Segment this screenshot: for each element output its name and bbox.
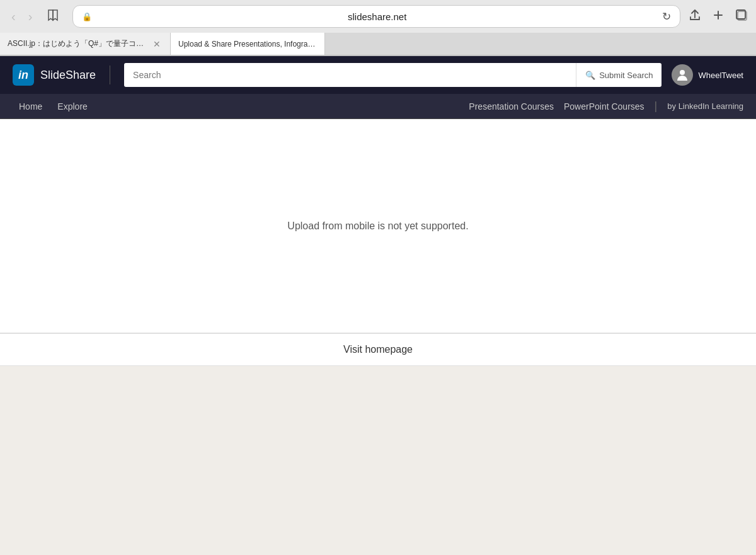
visit-homepage-button[interactable]: Visit homepage bbox=[0, 334, 756, 366]
share-button[interactable] bbox=[688, 8, 702, 25]
slideshare-header: in SlideShare 🔍 Submit Search WheelTweet bbox=[0, 56, 756, 94]
tab-2[interactable]: Upload & Share Presentations, Infographi… bbox=[171, 33, 325, 55]
new-tab-button[interactable] bbox=[712, 9, 724, 25]
nav-explore[interactable]: Explore bbox=[51, 94, 93, 119]
tab-1-close[interactable]: ✕ bbox=[151, 38, 163, 50]
tabs-button[interactable] bbox=[735, 8, 748, 25]
avatar bbox=[672, 64, 693, 86]
site-wrapper: in SlideShare 🔍 Submit Search WheelTweet bbox=[0, 56, 756, 366]
nav-presentation-courses[interactable]: Presentation Courses bbox=[469, 101, 554, 112]
site-nav: Home Explore Presentation Courses PowerP… bbox=[0, 94, 756, 119]
nav-home[interactable]: Home bbox=[13, 94, 49, 119]
browser-actions bbox=[688, 8, 748, 25]
visit-homepage-container: Visit homepage bbox=[0, 333, 756, 366]
tab-1[interactable]: ASCII.jp：はじめよう「Q#」で量子コンピューティング (2/2) ✕ bbox=[0, 33, 171, 55]
page-background bbox=[0, 366, 756, 555]
nav-powerpoint-courses[interactable]: PowerPoint Courses bbox=[564, 101, 644, 112]
nav-links: Home Explore bbox=[13, 94, 94, 119]
reload-button[interactable]: ↻ bbox=[662, 10, 671, 23]
tabs-bar: ASCII.jp：はじめよう「Q#」で量子コンピューティング (2/2) ✕ U… bbox=[0, 33, 756, 55]
address-text: slideshare.net bbox=[97, 11, 657, 22]
tab-2-label: Upload & Share Presentations, Infographi… bbox=[178, 40, 317, 49]
search-container: 🔍 Submit Search bbox=[124, 63, 662, 87]
linkedin-learning-label: by LinkedIn Learning bbox=[667, 101, 743, 111]
forward-button[interactable]: › bbox=[25, 8, 37, 25]
lock-icon: 🔒 bbox=[82, 12, 92, 21]
header-divider bbox=[110, 66, 110, 84]
bookmarks-button[interactable] bbox=[41, 6, 65, 28]
search-icon: 🔍 bbox=[585, 71, 595, 80]
tab-1-label: ASCII.jp：はじめよう「Q#」で量子コンピューティング (2/2) bbox=[8, 38, 146, 49]
main-content: Upload from mobile is not yet supported. bbox=[0, 119, 756, 333]
browser-toolbar: ‹ › 🔒 slideshare.net ↻ bbox=[0, 0, 756, 33]
linkedin-logo[interactable]: in SlideShare bbox=[13, 64, 96, 86]
username-label: WheelTweet bbox=[698, 71, 743, 80]
svg-point-2 bbox=[680, 70, 685, 75]
slideshare-name: SlideShare bbox=[40, 69, 96, 82]
nav-separator: | bbox=[655, 100, 658, 113]
user-area[interactable]: WheelTweet bbox=[672, 64, 743, 86]
search-input[interactable] bbox=[124, 65, 576, 85]
search-submit-button[interactable]: 🔍 Submit Search bbox=[576, 63, 662, 87]
upload-message: Upload from mobile is not yet supported. bbox=[287, 220, 468, 232]
browser-chrome: ‹ › 🔒 slideshare.net ↻ bbox=[0, 0, 756, 56]
address-bar[interactable]: 🔒 slideshare.net ↻ bbox=[72, 5, 680, 28]
nav-right: Presentation Courses PowerPoint Courses … bbox=[469, 100, 743, 113]
linkedin-icon: in bbox=[13, 64, 34, 86]
nav-buttons: ‹ › bbox=[8, 6, 65, 28]
back-button[interactable]: ‹ bbox=[8, 8, 20, 25]
